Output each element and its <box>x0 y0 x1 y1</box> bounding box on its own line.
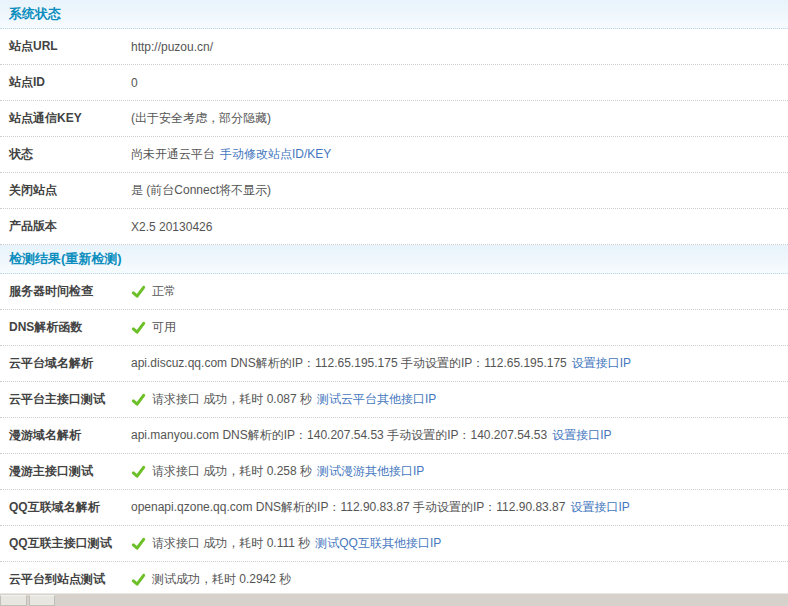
row-label: DNS解析函数 <box>0 319 131 336</box>
check-icon <box>131 572 146 587</box>
status-bar <box>0 593 788 606</box>
row-label: 服务器时间检查 <box>0 283 131 300</box>
set-interface-ip-link[interactable]: 设置接口IP <box>570 499 629 516</box>
row-value: 请求接口 成功，耗时 0.258 秒 <box>152 463 312 480</box>
row-label: 云平台到站点测试 <box>0 571 131 588</box>
table-row-manyou-api: 漫游主接口测试 请求接口 成功，耗时 0.258 秒 测试漫游其他接口IP <box>0 454 788 490</box>
row-value: 是 (前台Connect将不显示) <box>131 182 271 199</box>
row-label: QQ互联域名解析 <box>0 499 131 516</box>
row-label: QQ互联主接口测试 <box>0 535 131 552</box>
row-label: 漫游域名解析 <box>0 427 131 444</box>
row-value: 0 <box>131 76 138 90</box>
table-row-qq-api: QQ互联主接口测试 请求接口 成功，耗时 0.111 秒 测试QQ互联其他接口I… <box>0 526 788 562</box>
table-row-product-version: 产品版本 X2.5 20130426 <box>0 209 788 245</box>
section-header-check-results: 检测结果(重新检测) <box>0 245 788 274</box>
table-row-server-time: 服务器时间检查 正常 <box>0 274 788 310</box>
section-header-system-status: 系统状态 <box>0 0 788 29</box>
row-label: 站点ID <box>0 74 131 91</box>
test-qq-other-ip-link[interactable]: 测试QQ互联其他接口IP <box>315 535 441 552</box>
row-value: 请求接口 成功，耗时 0.111 秒 <box>152 535 310 552</box>
row-label: 关闭站点 <box>0 182 131 199</box>
row-value: 可用 <box>152 319 176 336</box>
row-label: 云平台主接口测试 <box>0 391 131 408</box>
table-row-site-url: 站点URL http://puzou.cn/ <box>0 29 788 65</box>
recheck-link[interactable]: (重新检测) <box>61 250 122 268</box>
test-manyou-other-ip-link[interactable]: 测试漫游其他接口IP <box>317 463 424 480</box>
section-title: 检测结果 <box>9 250 61 268</box>
row-value: api.discuz.qq.com DNS解析的IP：112.65.195.17… <box>131 355 567 372</box>
check-icon <box>131 392 146 407</box>
table-row-site-key: 站点通信KEY (出于安全考虑，部分隐藏) <box>0 101 788 137</box>
table-row-close-site: 关闭站点 是 (前台Connect将不显示) <box>0 173 788 209</box>
modify-site-id-key-link[interactable]: 手动修改站点ID/KEY <box>220 146 331 163</box>
status-bar-pane <box>0 595 27 606</box>
row-value: 请求接口 成功，耗时 0.087 秒 <box>152 391 312 408</box>
check-icon <box>131 284 146 299</box>
table-row-cloud-dns: 云平台域名解析 api.discuz.qq.com DNS解析的IP：112.6… <box>0 346 788 382</box>
check-icon <box>131 464 146 479</box>
set-interface-ip-link[interactable]: 设置接口IP <box>552 427 611 444</box>
table-row-status: 状态 尚未开通云平台 手动修改站点ID/KEY <box>0 137 788 173</box>
set-interface-ip-link[interactable]: 设置接口IP <box>572 355 631 372</box>
check-icon <box>131 536 146 551</box>
check-icon <box>131 320 146 335</box>
status-bar-pane <box>29 595 55 606</box>
row-value: api.manyou.com DNS解析的IP：140.207.54.53 手动… <box>131 427 547 444</box>
row-label: 站点通信KEY <box>0 110 131 127</box>
test-cloud-other-ip-link[interactable]: 测试云平台其他接口IP <box>317 391 436 408</box>
table-row-qq-dns: QQ互联域名解析 openapi.qzone.qq.com DNS解析的IP：1… <box>0 490 788 526</box>
row-value: openapi.qzone.qq.com DNS解析的IP：112.90.83.… <box>131 499 565 516</box>
table-row-dns-func: DNS解析函数 可用 <box>0 310 788 346</box>
table-row-manyou-dns: 漫游域名解析 api.manyou.com DNS解析的IP：140.207.5… <box>0 418 788 454</box>
row-label: 漫游主接口测试 <box>0 463 131 480</box>
row-value: 测试成功，耗时 0.2942 秒 <box>152 571 291 588</box>
row-value: 尚未开通云平台 <box>131 146 215 163</box>
row-value: X2.5 20130426 <box>131 220 212 234</box>
row-value: http://puzou.cn/ <box>131 40 213 54</box>
section-title: 系统状态 <box>9 5 61 23</box>
table-row-cloud-api: 云平台主接口测试 请求接口 成功，耗时 0.087 秒 测试云平台其他接口IP <box>0 382 788 418</box>
row-value: (出于安全考虑，部分隐藏) <box>131 110 271 127</box>
row-label: 产品版本 <box>0 218 131 235</box>
table-row-site-id: 站点ID 0 <box>0 65 788 101</box>
row-label: 云平台域名解析 <box>0 355 131 372</box>
row-label: 站点URL <box>0 38 131 55</box>
row-value: 正常 <box>152 283 176 300</box>
row-label: 状态 <box>0 146 131 163</box>
